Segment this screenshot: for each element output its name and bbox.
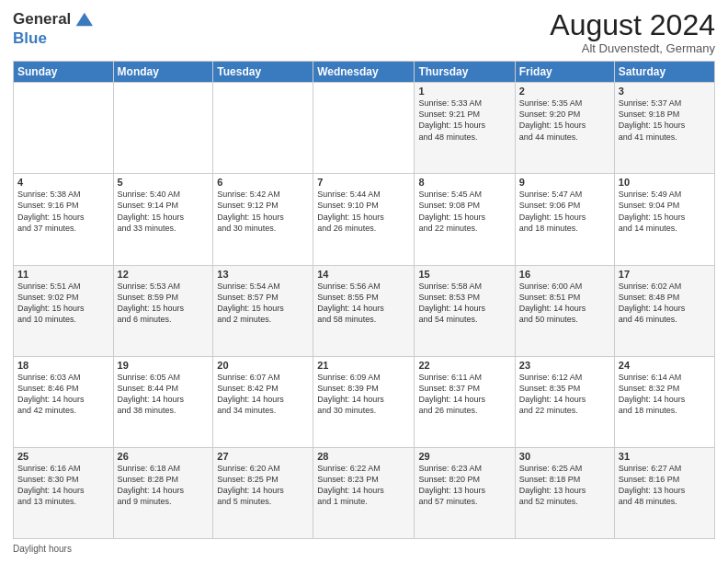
calendar-cell: 6Sunrise: 5:42 AMSunset: 9:12 PMDaylight… xyxy=(213,174,313,265)
calendar-cell: 17Sunrise: 6:02 AMSunset: 8:48 PMDayligh… xyxy=(614,265,714,356)
day-number: 2 xyxy=(519,86,610,97)
day-info: Sunrise: 5:45 AMSunset: 9:08 PMDaylight:… xyxy=(418,189,510,234)
calendar-cell: 26Sunrise: 6:18 AMSunset: 8:28 PMDayligh… xyxy=(113,447,213,538)
day-info: Sunrise: 6:20 AMSunset: 8:25 PMDaylight:… xyxy=(217,463,309,508)
day-info: Sunrise: 6:23 AMSunset: 8:20 PMDaylight:… xyxy=(418,463,510,508)
calendar-cell: 1Sunrise: 5:33 AMSunset: 9:21 PMDaylight… xyxy=(415,83,515,174)
calendar-cell: 22Sunrise: 6:11 AMSunset: 8:37 PMDayligh… xyxy=(415,356,515,447)
day-info: Sunrise: 5:37 AMSunset: 9:18 PMDaylight:… xyxy=(619,98,711,143)
calendar-cell: 12Sunrise: 5:53 AMSunset: 8:59 PMDayligh… xyxy=(113,265,213,356)
day-number: 22 xyxy=(418,360,510,371)
day-number: 11 xyxy=(17,269,109,280)
day-number: 8 xyxy=(418,177,510,188)
calendar-cell: 11Sunrise: 5:51 AMSunset: 9:02 PMDayligh… xyxy=(14,265,114,356)
day-number: 7 xyxy=(317,177,410,188)
day-info: Sunrise: 6:11 AMSunset: 8:37 PMDaylight:… xyxy=(418,372,510,417)
calendar-cell: 16Sunrise: 6:00 AMSunset: 8:51 PMDayligh… xyxy=(515,265,614,356)
day-number: 15 xyxy=(418,269,510,280)
day-info: Sunrise: 5:54 AMSunset: 8:57 PMDaylight:… xyxy=(217,281,309,326)
day-info: Sunrise: 5:58 AMSunset: 8:53 PMDaylight:… xyxy=(418,281,510,326)
calendar-cell: 4Sunrise: 5:38 AMSunset: 9:16 PMDaylight… xyxy=(14,174,114,265)
day-number: 30 xyxy=(519,451,610,462)
day-info: Sunrise: 6:22 AMSunset: 8:23 PMDaylight:… xyxy=(317,463,410,508)
month-year-title: August 2024 xyxy=(550,9,715,41)
calendar-cell: 13Sunrise: 5:54 AMSunset: 8:57 PMDayligh… xyxy=(213,265,313,356)
calendar-cell: 14Sunrise: 5:56 AMSunset: 8:55 PMDayligh… xyxy=(313,265,415,356)
logo-blue-text: Blue xyxy=(13,29,93,48)
day-number: 9 xyxy=(519,177,610,188)
day-number: 6 xyxy=(217,177,309,188)
day-info: Sunrise: 6:03 AMSunset: 8:46 PMDaylight:… xyxy=(17,372,109,417)
day-number: 29 xyxy=(418,451,510,462)
calendar-header-row: SundayMondayTuesdayWednesdayThursdayFrid… xyxy=(14,62,715,83)
calendar-cell: 28Sunrise: 6:22 AMSunset: 8:23 PMDayligh… xyxy=(313,447,415,538)
calendar-week-row: 18Sunrise: 6:03 AMSunset: 8:46 PMDayligh… xyxy=(14,356,715,447)
calendar-cell: 7Sunrise: 5:44 AMSunset: 9:10 PMDaylight… xyxy=(313,174,415,265)
calendar-day-header: Sunday xyxy=(14,62,114,83)
calendar-cell xyxy=(113,83,213,174)
day-number: 18 xyxy=(17,360,109,371)
day-number: 26 xyxy=(118,451,210,462)
calendar-cell: 18Sunrise: 6:03 AMSunset: 8:46 PMDayligh… xyxy=(14,356,114,447)
calendar-cell: 27Sunrise: 6:20 AMSunset: 8:25 PMDayligh… xyxy=(213,447,313,538)
day-info: Sunrise: 6:18 AMSunset: 8:28 PMDaylight:… xyxy=(118,463,210,508)
logo-icon xyxy=(73,9,93,29)
calendar-week-row: 4Sunrise: 5:38 AMSunset: 9:16 PMDaylight… xyxy=(14,174,715,265)
day-info: Sunrise: 6:09 AMSunset: 8:39 PMDaylight:… xyxy=(317,372,410,417)
svg-marker-0 xyxy=(76,13,93,27)
day-number: 14 xyxy=(317,269,410,280)
title-block: August 2024 Alt Duvenstedt, Germany xyxy=(550,9,715,55)
day-info: Sunrise: 5:49 AMSunset: 9:04 PMDaylight:… xyxy=(619,189,711,234)
calendar-week-row: 25Sunrise: 6:16 AMSunset: 8:30 PMDayligh… xyxy=(14,447,715,538)
calendar-day-header: Saturday xyxy=(614,62,714,83)
day-info: Sunrise: 5:35 AMSunset: 9:20 PMDaylight:… xyxy=(519,98,610,143)
day-number: 21 xyxy=(317,360,410,371)
daylight-label: Daylight hours xyxy=(13,544,72,554)
calendar-week-row: 11Sunrise: 5:51 AMSunset: 9:02 PMDayligh… xyxy=(14,265,715,356)
day-number: 13 xyxy=(217,269,309,280)
calendar-cell: 5Sunrise: 5:40 AMSunset: 9:14 PMDaylight… xyxy=(113,174,213,265)
footer: Daylight hours xyxy=(13,544,715,554)
calendar-cell xyxy=(313,83,415,174)
calendar-cell: 9Sunrise: 5:47 AMSunset: 9:06 PMDaylight… xyxy=(515,174,614,265)
day-number: 4 xyxy=(17,177,109,188)
calendar-day-header: Friday xyxy=(515,62,614,83)
calendar-cell: 19Sunrise: 6:05 AMSunset: 8:44 PMDayligh… xyxy=(113,356,213,447)
calendar-day-header: Thursday xyxy=(415,62,515,83)
calendar-day-header: Monday xyxy=(113,62,213,83)
calendar-cell xyxy=(14,83,114,174)
calendar-cell: 30Sunrise: 6:25 AMSunset: 8:18 PMDayligh… xyxy=(515,447,614,538)
logo: General Blue xyxy=(13,9,93,48)
day-number: 27 xyxy=(217,451,309,462)
day-info: Sunrise: 5:38 AMSunset: 9:16 PMDaylight:… xyxy=(17,189,109,234)
day-number: 1 xyxy=(418,86,510,97)
calendar-cell: 20Sunrise: 6:07 AMSunset: 8:42 PMDayligh… xyxy=(213,356,313,447)
day-info: Sunrise: 6:25 AMSunset: 8:18 PMDaylight:… xyxy=(519,463,610,508)
calendar-cell: 15Sunrise: 5:58 AMSunset: 8:53 PMDayligh… xyxy=(415,265,515,356)
day-number: 31 xyxy=(619,451,711,462)
day-info: Sunrise: 6:27 AMSunset: 8:16 PMDaylight:… xyxy=(619,463,711,508)
day-info: Sunrise: 5:51 AMSunset: 9:02 PMDaylight:… xyxy=(17,281,109,326)
day-number: 5 xyxy=(118,177,210,188)
day-info: Sunrise: 5:56 AMSunset: 8:55 PMDaylight:… xyxy=(317,281,410,326)
calendar-cell: 24Sunrise: 6:14 AMSunset: 8:32 PMDayligh… xyxy=(614,356,714,447)
day-number: 16 xyxy=(519,269,610,280)
day-number: 28 xyxy=(317,451,410,462)
day-number: 17 xyxy=(619,269,711,280)
calendar-cell: 3Sunrise: 5:37 AMSunset: 9:18 PMDaylight… xyxy=(614,83,714,174)
day-info: Sunrise: 5:40 AMSunset: 9:14 PMDaylight:… xyxy=(118,189,210,234)
day-info: Sunrise: 6:02 AMSunset: 8:48 PMDaylight:… xyxy=(619,281,711,326)
calendar-cell: 10Sunrise: 5:49 AMSunset: 9:04 PMDayligh… xyxy=(614,174,714,265)
calendar-cell: 8Sunrise: 5:45 AMSunset: 9:08 PMDaylight… xyxy=(415,174,515,265)
location-subtitle: Alt Duvenstedt, Germany xyxy=(550,41,715,55)
day-info: Sunrise: 6:05 AMSunset: 8:44 PMDaylight:… xyxy=(118,372,210,417)
calendar-cell: 31Sunrise: 6:27 AMSunset: 8:16 PMDayligh… xyxy=(614,447,714,538)
calendar-cell: 25Sunrise: 6:16 AMSunset: 8:30 PMDayligh… xyxy=(14,447,114,538)
calendar-cell: 21Sunrise: 6:09 AMSunset: 8:39 PMDayligh… xyxy=(313,356,415,447)
day-number: 3 xyxy=(619,86,711,97)
day-number: 19 xyxy=(118,360,210,371)
day-number: 23 xyxy=(519,360,610,371)
day-info: Sunrise: 6:14 AMSunset: 8:32 PMDaylight:… xyxy=(619,372,711,417)
day-number: 20 xyxy=(217,360,309,371)
calendar-cell xyxy=(213,83,313,174)
